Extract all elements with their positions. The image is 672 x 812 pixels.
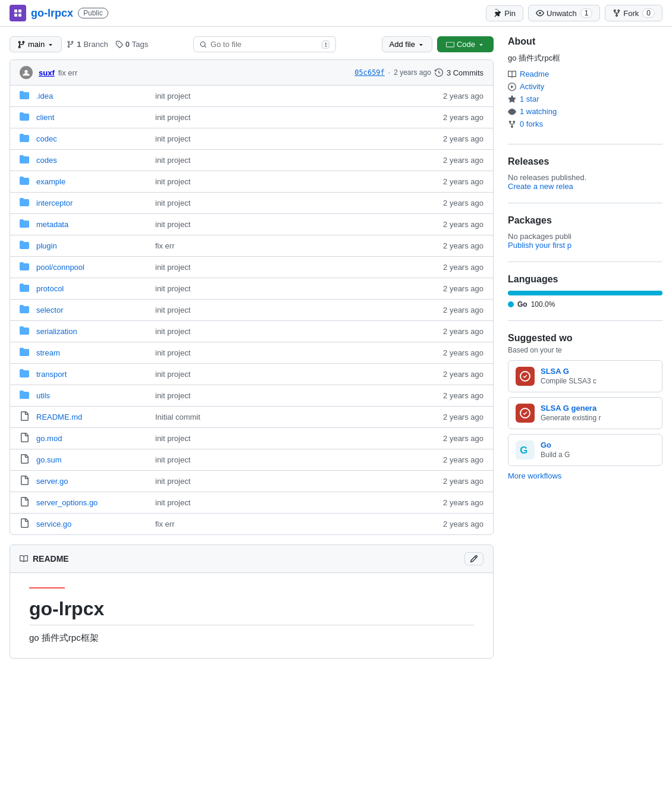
activity-icon <box>508 83 516 91</box>
file-commit-message: init project <box>155 156 443 165</box>
workflow-slsa2-title[interactable]: SLSA G genera <box>541 404 601 413</box>
commits-count: 3 Commits <box>447 68 483 77</box>
file-name-link[interactable]: codes <box>36 156 155 165</box>
table-row: server_options.go init project 2 years a… <box>10 492 493 514</box>
go-workflow-icon: G <box>516 440 535 459</box>
book-icon <box>20 555 28 563</box>
readme-content: go-lrpcx go 插件式rpc框架 <box>10 573 493 658</box>
branches-link[interactable]: 1 Branch <box>67 40 108 49</box>
table-row: plugin fix err 2 years ago <box>10 235 493 257</box>
table-row: go.sum init project 2 years ago <box>10 449 493 471</box>
sidebar-packages-section: Packages No packages publi Publish your … <box>508 215 662 262</box>
commit-author-link[interactable]: suxf <box>39 68 55 77</box>
folder-icon <box>20 197 32 209</box>
file-name-link[interactable]: example <box>36 177 155 186</box>
add-file-button[interactable]: Add file <box>382 36 432 52</box>
stars-link[interactable]: 1 star <box>520 95 539 103</box>
table-row: go.mod init project 2 years ago <box>10 428 493 449</box>
readme-description: go 插件式rpc框架 <box>29 632 474 644</box>
file-name-link[interactable]: client <box>36 113 155 122</box>
readme-link[interactable]: Readme <box>520 70 549 78</box>
create-release-link[interactable]: Create a new relea <box>508 182 573 191</box>
file-name-link[interactable]: service.go <box>36 520 155 528</box>
workflow-go-title[interactable]: Go <box>541 440 570 449</box>
file-time: 2 years ago <box>443 455 483 464</box>
sidebar-languages-section: Languages Go 100.0% <box>508 274 662 321</box>
fork-button[interactable]: Fork 0 <box>605 5 662 21</box>
file-time: 2 years ago <box>443 284 483 293</box>
go-to-file-input[interactable] <box>211 40 318 49</box>
file-name-link[interactable]: server_options.go <box>36 498 155 507</box>
go-language-percent: 100.0% <box>531 300 555 309</box>
workflow-go-desc: Build a G <box>541 451 570 459</box>
tags-link[interactable]: 0 Tags <box>115 40 149 49</box>
file-name-link[interactable]: plugin <box>36 241 155 250</box>
svg-rect-0 <box>14 10 17 12</box>
file-commit-message: init project <box>155 177 443 186</box>
folder-icon <box>20 262 32 273</box>
file-name-link[interactable]: metadata <box>36 220 155 229</box>
file-time: 2 years ago <box>443 498 483 507</box>
languages-title: Languages <box>508 274 662 285</box>
file-name-link[interactable]: serialization <box>36 327 155 336</box>
more-workflows-link[interactable]: More workflows <box>508 471 561 480</box>
edit-readme-button[interactable] <box>464 552 483 565</box>
publish-package-link[interactable]: Publish your first p <box>508 241 571 250</box>
file-name-link[interactable]: protocol <box>36 284 155 293</box>
file-time: 2 years ago <box>443 134 483 143</box>
file-name-link[interactable]: go.sum <box>36 455 155 464</box>
packages-title: Packages <box>508 215 662 226</box>
file-name-link[interactable]: interceptor <box>36 199 155 207</box>
repo-content: main 1 Branch 0 Tags t <box>10 36 494 659</box>
workflow-slsa1-title[interactable]: SLSA G <box>541 367 596 376</box>
file-name-link[interactable]: transport <box>36 370 155 379</box>
table-row: .idea init project 2 years ago <box>10 86 493 107</box>
file-icon <box>20 497 32 508</box>
top-bar: go-lrpcx Public Pin Unwatch 1 Fork 0 <box>0 0 672 27</box>
workflow-card-slsa2: SLSA G genera Generate existing r <box>508 397 662 429</box>
go-language-bar <box>508 291 662 295</box>
file-commit-message: init project <box>155 477 443 486</box>
file-name-link[interactable]: codec <box>36 134 155 143</box>
file-name-link[interactable]: server.go <box>36 477 155 486</box>
branch-selector[interactable]: main <box>10 36 62 52</box>
file-time: 2 years ago <box>443 520 483 528</box>
file-name-link[interactable]: pool/connpool <box>36 263 155 272</box>
file-name-link[interactable]: README.md <box>36 413 155 421</box>
file-name-link[interactable]: stream <box>36 348 155 357</box>
folder-icon <box>20 219 32 230</box>
top-actions: Pin Unwatch 1 Fork 0 <box>486 5 662 21</box>
commit-hash-link[interactable]: 05c659f <box>354 68 385 77</box>
file-time: 2 years ago <box>443 306 483 314</box>
file-name-link[interactable]: .idea <box>36 92 155 100</box>
readme-header: README <box>10 545 493 573</box>
commits-count-link[interactable]: 3 Commits <box>447 68 483 77</box>
pin-label: Pin <box>504 9 516 18</box>
forks-link[interactable]: 0 forks <box>520 119 543 128</box>
file-commit-message: init project <box>155 498 443 507</box>
repo-name[interactable]: go-lrpcx <box>31 7 73 20</box>
file-time: 2 years ago <box>443 263 483 272</box>
folder-icon <box>20 90 32 102</box>
visibility-badge: Public <box>78 8 108 18</box>
svg-rect-3 <box>18 14 21 17</box>
file-name-link[interactable]: utils <box>36 391 155 400</box>
watching-link[interactable]: 1 watching <box>520 107 557 116</box>
book-small-icon <box>508 70 516 78</box>
code-icon <box>446 40 454 49</box>
file-commit-message: init project <box>155 263 443 272</box>
unwatch-button[interactable]: Unwatch 1 <box>528 5 600 21</box>
chevron-down-icon-add <box>417 41 425 48</box>
svg-text:G: G <box>520 445 527 456</box>
file-commit-message: init project <box>155 306 443 314</box>
file-name-link[interactable]: selector <box>36 306 155 314</box>
table-row: selector init project 2 years ago <box>10 300 493 321</box>
commit-message: fix err <box>58 68 78 77</box>
pin-button[interactable]: Pin <box>486 5 523 21</box>
file-name-link[interactable]: go.mod <box>36 434 155 443</box>
code-button[interactable]: Code <box>437 36 494 52</box>
file-commit-message: init project <box>155 327 443 336</box>
file-time: 2 years ago <box>443 477 483 486</box>
activity-link[interactable]: Activity <box>520 82 544 91</box>
folder-icon <box>20 347 32 358</box>
